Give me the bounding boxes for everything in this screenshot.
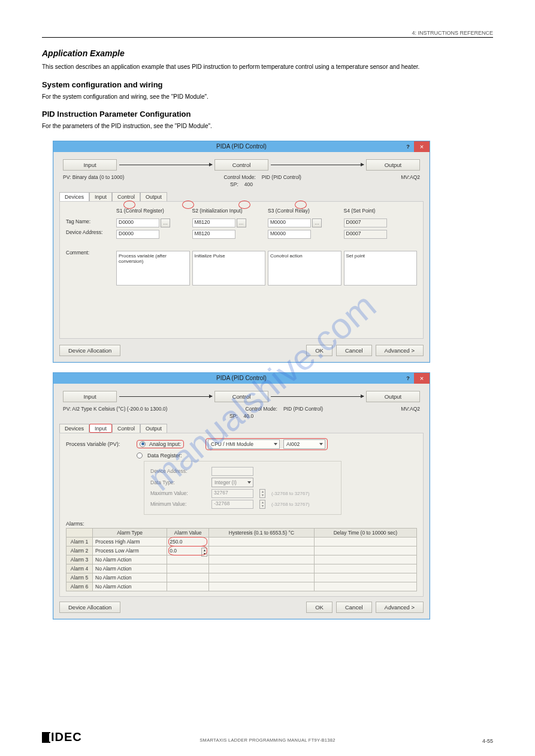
step-control-button[interactable]: Control xyxy=(214,391,268,402)
s3-comment[interactable]: Conotrol action xyxy=(268,251,341,286)
step-output-button[interactable]: Output xyxy=(366,391,420,402)
mv-label: MV:AQ2 xyxy=(401,406,420,412)
sub-max-note: (-32768 to 32767) xyxy=(271,491,310,496)
sub-addr-input xyxy=(211,467,253,476)
close-button[interactable]: × xyxy=(414,141,430,152)
tab-output[interactable]: Output xyxy=(140,424,167,433)
col-alarm-type: Alarm Type xyxy=(93,528,167,537)
close-button[interactable]: × xyxy=(414,373,430,384)
sp-value: 40.0 xyxy=(244,413,254,419)
sub-datatype-label: Data Type: xyxy=(150,479,205,485)
annotation-circle xyxy=(123,201,135,209)
s1-comment[interactable]: Process variable (after conversion) xyxy=(116,251,190,286)
ai-select[interactable]: AI002 xyxy=(283,439,325,449)
sub-addr-label: Device Address: xyxy=(150,468,205,474)
stepper-icon: ▴▾ xyxy=(259,489,265,498)
s2-browse-button[interactable]: … xyxy=(237,218,246,227)
subheading-sysconfig: System configuration and wiring xyxy=(42,80,493,89)
s3-tag-input[interactable]: M0000 xyxy=(268,218,311,227)
row-label-addr: Device Address: xyxy=(66,229,114,238)
titlebar: PIDA (PID Control) ? × xyxy=(53,141,430,152)
chevron-down-icon xyxy=(247,481,251,484)
sub-min-label: Minimum Value: xyxy=(150,501,205,507)
ok-button[interactable]: OK xyxy=(306,345,333,356)
row-label-comment: Comment: xyxy=(66,250,114,258)
s2-tag-input[interactable]: M8120 xyxy=(192,218,235,227)
col-alarm-hyst: Hysteresis (0.1 to 6553.5) °C xyxy=(209,528,315,537)
tab-input[interactable]: Input xyxy=(89,192,112,201)
tab-control[interactable]: Control xyxy=(112,192,140,201)
radio-data-register[interactable] xyxy=(137,453,143,459)
step-output-button[interactable]: Output xyxy=(366,159,420,171)
col-alarm-value: Alarm Value xyxy=(167,528,209,537)
pida-dialog-devices: PIDA (PID Control) ? × Input Control Out… xyxy=(53,141,430,363)
col-s1-header: S1 (Control Register) xyxy=(116,208,190,216)
tab-devices[interactable]: Devices xyxy=(59,192,89,201)
col-s3-header: S3 (Control Relay) xyxy=(268,208,341,216)
module-select[interactable]: CPU / HMI Module xyxy=(208,439,280,449)
control-mode-value: PID (PID Control) xyxy=(283,406,323,412)
table-row: Alarm 4No Alarm Action xyxy=(67,564,417,573)
s1-browse-button[interactable]: … xyxy=(161,218,170,227)
s4-tag-input: D0007 xyxy=(344,218,387,227)
table-row: Alarm 5No Alarm Action xyxy=(67,573,417,582)
s4-addr-input: D0007 xyxy=(344,230,387,239)
s2-addr-input: M8120 xyxy=(192,230,235,239)
sp-label: SP: xyxy=(230,181,238,187)
cancel-button[interactable]: Cancel xyxy=(336,345,372,356)
s3-browse-button[interactable]: … xyxy=(312,218,322,227)
radio-analog-input[interactable] xyxy=(140,441,146,447)
mv-label: MV:AQ2 xyxy=(401,174,420,180)
device-allocation-button[interactable]: Device Allocation xyxy=(59,602,120,613)
radio-analog-label: Analog Input: xyxy=(149,441,181,447)
tab-devices[interactable]: Devices xyxy=(59,424,89,433)
annotation-circle xyxy=(295,201,307,209)
chevron-down-icon xyxy=(319,443,323,445)
advanced-button[interactable]: Advanced > xyxy=(376,345,424,356)
tab-output[interactable]: Output xyxy=(140,192,167,201)
s4-comment[interactable]: Set point xyxy=(344,251,418,286)
s1-addr-input: D0000 xyxy=(116,230,159,239)
sp-value: 400 xyxy=(244,181,253,187)
dialog-title: PIDA (PID Control) xyxy=(216,143,267,150)
s1-tag-input[interactable]: D0000 xyxy=(116,218,159,227)
control-mode-label: Control Mode: xyxy=(246,406,277,412)
section-heading-app-example: Application Example xyxy=(42,48,493,58)
data-register-subgroup: Device Address: Data Type:Integer (I) Ma… xyxy=(144,461,341,515)
alarms-table: Alarm Type Alarm Value Hysteresis (0.1 t… xyxy=(66,528,417,591)
tab-input[interactable]: Input xyxy=(89,424,112,433)
s2-comment[interactable]: Initialize Pulse xyxy=(192,251,266,286)
tab-control[interactable]: Control xyxy=(112,424,140,433)
ok-button[interactable]: OK xyxy=(306,602,333,613)
chapter-header: 4: INSTRUCTIONS REFERENCE xyxy=(42,30,493,36)
step-input-button[interactable]: Input xyxy=(63,159,117,171)
sub-max-label: Maximum Value: xyxy=(150,490,205,496)
flow-arrow xyxy=(119,165,212,165)
sub-datatype-select: Integer (I) xyxy=(211,478,253,487)
subheading-params: PID Instruction Parameter Configuration xyxy=(42,110,493,119)
flow-arrow xyxy=(271,396,364,397)
col-s4-header: S4 (Set Point) xyxy=(344,208,418,216)
header-rule xyxy=(42,37,493,38)
annotation-circle xyxy=(238,201,250,209)
flow-arrow xyxy=(271,165,364,165)
help-button[interactable]: ? xyxy=(402,141,414,152)
control-mode-value: PID (PID Control) xyxy=(262,174,301,180)
advanced-button[interactable]: Advanced > xyxy=(376,602,424,613)
alarms-heading: Alarms: xyxy=(66,521,417,527)
cancel-button[interactable]: Cancel xyxy=(336,602,372,613)
titlebar: PIDA (PID Control) ? × xyxy=(53,373,430,384)
sub-min-note: (-32768 to 32767) xyxy=(271,502,310,507)
step-control-button[interactable]: Control xyxy=(214,159,268,171)
radio-datareg-label: Data Register: xyxy=(147,453,182,459)
table-row: Alarm 1Process High Alarm250.0 xyxy=(67,537,417,546)
pv-summary: PV: Binary data (0 to 1000) xyxy=(63,174,124,180)
help-button[interactable]: ? xyxy=(402,373,414,384)
sub-min-input: -32768 xyxy=(211,500,253,509)
step-input-button[interactable]: Input xyxy=(63,391,117,402)
pida-dialog-input: PIDA (PID Control) ? × Input Control Out… xyxy=(53,372,430,620)
table-row: Alarm 3No Alarm Action xyxy=(67,555,417,564)
device-allocation-button[interactable]: Device Allocation xyxy=(59,345,120,356)
stepper-icon: ▴▾ xyxy=(259,500,265,509)
annotation-circle xyxy=(182,201,194,209)
